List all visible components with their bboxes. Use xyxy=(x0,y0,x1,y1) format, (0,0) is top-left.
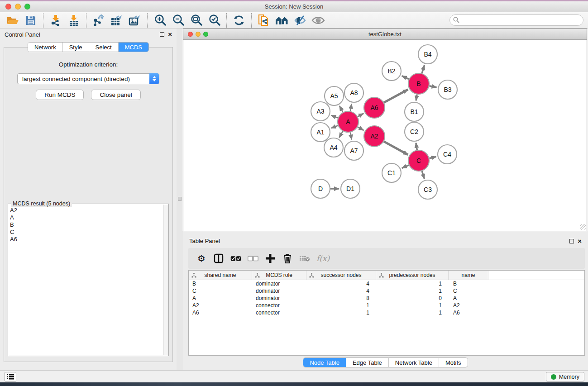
result-scrollbar[interactable] xyxy=(163,205,168,355)
graph-node-label-A8: A8 xyxy=(350,89,358,96)
graph-edge-B-B2[interactable] xyxy=(402,76,409,79)
column-header-name[interactable]: name xyxy=(449,271,488,280)
table-panel-header: Table Panel × xyxy=(183,235,588,247)
table-row[interactable]: Bdominator41B xyxy=(189,280,584,287)
refresh-view-button[interactable] xyxy=(230,13,248,28)
graph-edge-A-A2[interactable] xyxy=(358,127,363,130)
mcds-result-item[interactable]: A2 xyxy=(10,207,167,214)
network-canvas[interactable]: B4B2BB3A5A8A6A3B1AA1C2A2A4A7CC4C1C3DD1 xyxy=(183,40,587,231)
table-row[interactable]: A2connector11A2 xyxy=(189,302,584,309)
clone-network-button[interactable] xyxy=(255,13,273,28)
float-table-panel-icon[interactable] xyxy=(569,239,574,243)
unchecked-boxes-icon xyxy=(248,256,258,262)
column-header-predecessor-nodes[interactable]: predecessor nodes xyxy=(376,271,449,280)
graph-node-label-B1: B1 xyxy=(410,108,418,115)
graph-node-label-A: A xyxy=(346,118,350,125)
import-network-button[interactable] xyxy=(47,13,65,28)
zoom-out-button[interactable] xyxy=(169,13,187,28)
window-resize-grip[interactable] xyxy=(580,224,586,230)
mcds-result-item[interactable]: A6 xyxy=(10,236,167,243)
table-tab-edge-table[interactable]: Edge Table xyxy=(346,358,388,367)
column-header-MCDS-role[interactable]: MCDS role xyxy=(252,271,306,280)
zoom-in-button[interactable] xyxy=(151,13,169,28)
export-table-button[interactable] xyxy=(108,13,126,28)
graph-edge-A-A5[interactable] xyxy=(339,106,343,112)
search-field-wrap xyxy=(449,14,583,26)
open-session-button[interactable] xyxy=(4,13,22,28)
cell-name: A xyxy=(449,295,488,301)
column-tree-icon xyxy=(379,273,384,278)
criterion-select[interactable]: largest connected component (directed) xyxy=(17,73,159,84)
table-row[interactable]: Adominator80A xyxy=(189,295,584,302)
graph-edge-C-C3[interactable] xyxy=(422,171,424,179)
run-mcds-button[interactable]: Run MCDS xyxy=(36,90,84,100)
mcds-result-item[interactable]: C xyxy=(10,229,167,236)
graph-edge-B-B3[interactable] xyxy=(430,86,437,87)
control-panel: Control Panel × NetworkStyleSelectMCDS O… xyxy=(0,29,177,370)
graph-edge-A-A1[interactable] xyxy=(331,126,338,129)
zoom-selected-button[interactable] xyxy=(205,13,223,28)
home-genemania-button[interactable] xyxy=(273,13,291,28)
tab-mcds[interactable]: MCDS xyxy=(118,43,148,52)
import-table-button[interactable] xyxy=(65,13,83,28)
unselect-all-columns-button[interactable] xyxy=(248,253,258,264)
table-tab-network-table[interactable]: Network Table xyxy=(388,358,439,367)
graph-edge-A-A7[interactable] xyxy=(350,133,352,140)
table-row[interactable]: A6connector11A6 xyxy=(189,309,584,316)
export-network-button[interactable] xyxy=(90,13,108,28)
network-view-window: testGlobe.txt B4B2BB3A5A8A6A3B1AA1C2A2A4… xyxy=(183,29,587,231)
save-session-button[interactable] xyxy=(22,13,40,28)
cell-shared_name: A xyxy=(189,295,252,301)
cell-predecessor_nodes: 1 xyxy=(376,288,449,294)
delete-columns-button[interactable] xyxy=(282,253,293,264)
zoom-fit-button[interactable] xyxy=(187,13,205,28)
graph-edge-B-B1[interactable] xyxy=(416,95,417,101)
cell-shared_name: C xyxy=(189,288,252,294)
refresh-icon xyxy=(233,14,245,26)
graph-edge-C-C4[interactable] xyxy=(429,157,436,158)
show-panels-list-button[interactable] xyxy=(5,372,16,381)
graph-node-label-A4: A4 xyxy=(330,144,337,151)
mcds-result-item[interactable]: A xyxy=(10,214,167,221)
table-panel-title: Table Panel xyxy=(189,238,220,244)
cell-successor_nodes: 1 xyxy=(306,302,376,309)
graph-edge-A-A4[interactable] xyxy=(339,131,343,138)
mcds-result-item[interactable]: B xyxy=(10,221,167,229)
graph-edge-A-A3[interactable] xyxy=(331,115,338,118)
graph-edge-A-A8[interactable] xyxy=(350,104,352,111)
delete-table-button[interactable] xyxy=(299,253,310,264)
graph-edge-C-C1[interactable] xyxy=(402,165,409,168)
search-input[interactable] xyxy=(449,14,583,26)
hide-graphics-details-button[interactable] xyxy=(291,13,309,28)
graph-edge-C-C2[interactable] xyxy=(416,143,417,150)
column-header-shared-name[interactable]: shared name xyxy=(189,271,252,280)
column-header-successor-nodes[interactable]: successor nodes xyxy=(306,271,376,280)
memory-button[interactable]: Memory xyxy=(546,372,584,381)
graph-edge-A6-B[interactable] xyxy=(384,90,408,103)
tab-select[interactable]: Select xyxy=(89,43,118,52)
export-image-button[interactable] xyxy=(126,13,144,28)
select-stepper-icon xyxy=(149,73,159,84)
table-row[interactable]: Cdominator41C xyxy=(189,287,584,295)
table-tab-node-table[interactable]: Node Table xyxy=(303,358,346,367)
select-all-columns-button[interactable] xyxy=(230,253,241,264)
divider-handle[interactable] xyxy=(178,197,182,201)
float-panel-icon[interactable] xyxy=(160,32,164,37)
add-column-button[interactable] xyxy=(265,253,276,264)
close-panel-icon[interactable]: × xyxy=(168,32,172,37)
tab-network[interactable]: Network xyxy=(28,43,62,52)
close-panel-button[interactable]: Close panel xyxy=(91,90,140,100)
show-graphics-details-button[interactable] xyxy=(309,13,327,28)
graph-edge-B-B4[interactable] xyxy=(422,65,425,73)
close-table-panel-icon[interactable]: × xyxy=(578,239,582,243)
split-pane-divider[interactable] xyxy=(177,29,183,370)
tab-style[interactable]: Style xyxy=(62,43,89,52)
control-panel-header: Control Panel × xyxy=(0,29,177,40)
graph-edge-A2-C[interactable] xyxy=(384,142,408,155)
function-builder-button[interactable]: f(x) xyxy=(316,253,330,264)
table-settings-button[interactable]: ⚙ xyxy=(196,253,207,264)
zoom-out-icon xyxy=(172,14,184,26)
table-tab-motifs[interactable]: Motifs xyxy=(439,358,468,367)
show-column-button[interactable] xyxy=(213,253,224,264)
graph-edge-A-A6[interactable] xyxy=(358,114,363,117)
